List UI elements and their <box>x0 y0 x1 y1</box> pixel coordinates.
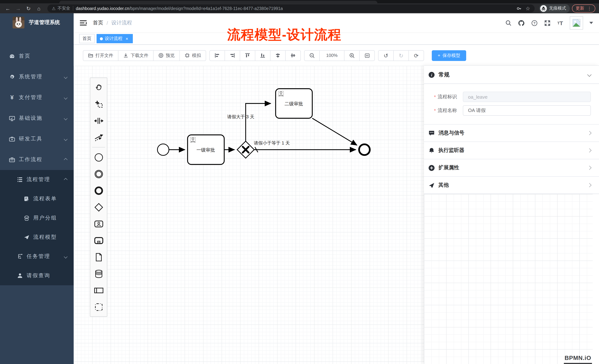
align-right-icon[interactable] <box>225 50 240 61</box>
simulate-button[interactable]: 模拟 <box>179 50 206 61</box>
start-event[interactable] <box>158 144 169 155</box>
sidebar-item-label: 流程模型 <box>33 234 57 241</box>
app-logo-row[interactable]: 芋道管理系统 <box>0 13 74 32</box>
tab-design-process[interactable]: 设计流程 × <box>97 34 133 43</box>
create-group[interactable] <box>90 299 107 315</box>
end-event[interactable] <box>359 144 370 155</box>
preview-button[interactable]: 预览 <box>153 50 180 61</box>
general-section-header[interactable]: i 常规 <box>424 66 599 84</box>
browser-update-button[interactable]: 更新 ⋮ <box>572 4 595 12</box>
avatar[interactable] <box>570 16 583 30</box>
browser-menu-icon[interactable]: ⋮ <box>587 6 592 11</box>
font-size-icon[interactable]: TT <box>557 20 564 26</box>
open-file-button[interactable]: 打开文件 <box>83 50 118 61</box>
space-tool[interactable] <box>90 112 107 129</box>
sidebar-item-home[interactable]: 首页 <box>0 46 74 67</box>
zoom-in-icon[interactable] <box>344 50 360 61</box>
sidebar-item-process-management[interactable]: 流程管理 <box>0 170 74 189</box>
home-icon[interactable]: ⌂ <box>35 4 43 12</box>
create-intermediate-event[interactable] <box>90 166 107 182</box>
address-bar[interactable]: ⚠ 不安全 dashboard.yudao.iocoder.cn/bpm/man… <box>47 4 535 12</box>
chevron-down-icon[interactable] <box>587 73 592 77</box>
sidebar-item-label: 基础设施 <box>19 115 43 122</box>
close-icon[interactable]: × <box>124 36 130 41</box>
reset-viewport-icon[interactable] <box>359 50 375 61</box>
process-key-input[interactable] <box>463 92 591 102</box>
yen-icon: ¥ <box>9 94 15 101</box>
global-connect-tool[interactable] <box>90 129 107 146</box>
sidebar-item-infra[interactable]: 基础设施 <box>0 108 74 129</box>
section-execution-listeners[interactable]: 执行监听器 <box>424 142 599 159</box>
section-messages-signals[interactable]: 消息与信号 <box>424 125 599 142</box>
security-warning[interactable]: ⚠ 不安全 <box>52 6 70 11</box>
sidebar: 芋道管理系统 首页 系统管理 ¥ 支付管理 <box>0 13 74 364</box>
flow-gateway-to-task2[interactable] <box>246 103 271 141</box>
bookmark-star-icon[interactable]: ☆ <box>526 5 530 11</box>
preview-label: 预览 <box>166 52 175 59</box>
sidebar-item-leave-query[interactable]: 请假查询 <box>0 266 74 285</box>
github-icon[interactable] <box>518 20 525 26</box>
flow-task2-to-end[interactable] <box>312 118 357 145</box>
section-label: 执行监听器 <box>438 147 464 154</box>
align-bottom-icon[interactable] <box>255 50 271 61</box>
sidebar-item-workflow[interactable]: 工作流程 <box>0 149 74 170</box>
zoom-level-button[interactable]: 100% <box>319 50 344 61</box>
create-data-object[interactable] <box>90 249 107 265</box>
align-top-icon[interactable] <box>240 50 255 61</box>
create-end-event[interactable] <box>90 182 107 199</box>
create-data-store[interactable] <box>90 265 107 282</box>
undo-icon[interactable]: ↺ <box>378 50 394 61</box>
sidebar-item-system[interactable]: 系统管理 <box>0 67 74 87</box>
plus-circle-icon <box>428 165 435 171</box>
general-section-title: 常规 <box>438 71 449 78</box>
create-start-event[interactable] <box>90 149 107 166</box>
breadcrumb-home[interactable]: 首页 <box>93 20 103 26</box>
active-browser-tab[interactable] <box>59 1 377 3</box>
refresh-icon[interactable]: ⟳ <box>408 50 424 61</box>
properties-panel: i 常规 * 流程标识 * 流程名称 <box>424 65 599 364</box>
redo-icon[interactable]: ↻ <box>393 50 409 61</box>
sidebar-item-task-management[interactable]: 任务管理 <box>0 247 74 266</box>
palette-separator <box>92 147 105 147</box>
section-other[interactable]: 其他 <box>424 177 599 194</box>
task2-label: 二级审批 <box>284 101 303 106</box>
edge-label-le1[interactable]: 请假小于等于 1 天 <box>254 140 290 146</box>
help-icon[interactable]: ? <box>531 20 537 26</box>
sidebar-collapse-icon[interactable] <box>79 19 87 27</box>
forward-icon[interactable]: → <box>14 4 22 12</box>
create-user-task[interactable] <box>90 215 107 232</box>
sidebar-item-user-groups[interactable]: 用户分组 <box>0 208 74 228</box>
bpmn-io-watermark[interactable]: BPMN.iO <box>564 355 592 364</box>
url-text[interactable]: dashboard.yudao.iocoder.cn/bpm/manager/m… <box>76 6 514 10</box>
tab-home[interactable]: 首页 <box>79 34 95 43</box>
chevron-right-icon <box>587 166 592 170</box>
create-gateway[interactable] <box>90 199 107 215</box>
align-center-vertical-icon[interactable] <box>285 50 301 61</box>
key-icon[interactable] <box>517 6 522 11</box>
send-icon <box>23 234 30 240</box>
align-left-icon[interactable] <box>209 50 225 61</box>
download-file-button[interactable]: 下载文件 <box>118 50 154 61</box>
sidebar-item-process-model[interactable]: 流程模型 <box>0 228 74 247</box>
create-call-activity[interactable] <box>90 232 107 249</box>
sidebar-item-devtools[interactable]: 研发工具 <box>0 129 74 149</box>
chevron-down-icon <box>64 255 68 258</box>
sidebar-item-payment[interactable]: ¥ 支付管理 <box>0 87 74 108</box>
search-icon[interactable] <box>505 20 512 26</box>
zoom-out-icon[interactable] <box>304 50 320 61</box>
process-name-input[interactable] <box>463 105 591 116</box>
align-center-horizontal-icon[interactable] <box>270 50 286 61</box>
history-button-group: ↺ ↻ ⟳ <box>378 50 424 61</box>
save-model-button[interactable]: + 保存模型 <box>432 50 466 61</box>
fullscreen-icon[interactable] <box>544 20 551 26</box>
app-title: 芋道管理系统 <box>29 19 60 26</box>
caret-down-icon[interactable] <box>589 22 593 24</box>
reload-icon[interactable]: ↻ <box>24 4 33 12</box>
sidebar-item-process-form[interactable]: 流程表单 <box>0 189 74 208</box>
lasso-tool[interactable] <box>90 96 107 112</box>
hand-tool[interactable] <box>90 79 107 96</box>
back-icon[interactable]: ← <box>4 4 12 12</box>
create-participant[interactable] <box>90 282 107 299</box>
section-extension-properties[interactable]: 扩展属性 <box>424 159 599 177</box>
edge-label-gt3[interactable]: 请假大于 3 天 <box>227 114 254 120</box>
